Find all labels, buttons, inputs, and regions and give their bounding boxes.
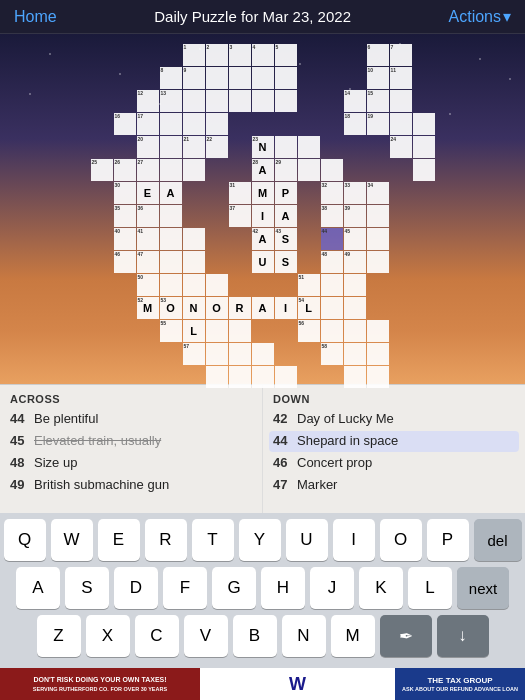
cell-14-2[interactable]: [137, 366, 159, 388]
cell-14-3[interactable]: [160, 366, 182, 388]
cell-10-8[interactable]: [275, 274, 297, 296]
cell-6-0[interactable]: [91, 182, 113, 204]
cell-1-2[interactable]: [137, 67, 159, 89]
cell-14-6[interactable]: [229, 366, 251, 388]
cell-3-8[interactable]: [275, 113, 297, 135]
cell-10-0[interactable]: [91, 274, 113, 296]
cell-8-10[interactable]: 44: [321, 228, 343, 250]
cell-2-11[interactable]: 14: [344, 90, 366, 112]
cell-9-5[interactable]: [206, 251, 228, 273]
key-P[interactable]: P: [427, 519, 469, 561]
key-B[interactable]: B: [233, 615, 277, 657]
cell-10-11[interactable]: [344, 274, 366, 296]
cell-5-6[interactable]: [229, 159, 251, 181]
cell-8-2[interactable]: 41: [137, 228, 159, 250]
cell-1-7[interactable]: [252, 67, 274, 89]
cell-8-8[interactable]: 43S: [275, 228, 297, 250]
cell-3-7[interactable]: [252, 113, 274, 135]
cell-12-11[interactable]: [344, 320, 366, 342]
cell-4-5[interactable]: 22: [206, 136, 228, 158]
cell-13-10[interactable]: 58: [321, 343, 343, 365]
cell-13-8[interactable]: [275, 343, 297, 365]
key-R[interactable]: R: [145, 519, 187, 561]
cell-5-1[interactable]: 26: [114, 159, 136, 181]
key-D[interactable]: D: [114, 567, 158, 609]
cell-9-12[interactable]: [367, 251, 389, 273]
key-E[interactable]: E: [98, 519, 140, 561]
key-O[interactable]: O: [380, 519, 422, 561]
cell-1-9[interactable]: [298, 67, 320, 89]
key-A[interactable]: A: [16, 567, 60, 609]
cell-2-10[interactable]: [321, 90, 343, 112]
cell-10-14[interactable]: [413, 274, 435, 296]
delete-button[interactable]: del: [474, 519, 522, 561]
cell-3-10[interactable]: [321, 113, 343, 135]
actions-button[interactable]: Actions ▾: [449, 7, 511, 26]
cell-6-12[interactable]: 34: [367, 182, 389, 204]
cell-12-13[interactable]: [390, 320, 412, 342]
cell-1-10[interactable]: [321, 67, 343, 89]
down-clue-46[interactable]: 46 Concert prop: [273, 455, 515, 472]
down-clue-42[interactable]: 42 Day of Lucky Me: [273, 411, 515, 428]
cell-0-14[interactable]: [413, 44, 435, 66]
cell-13-7[interactable]: [252, 343, 274, 365]
pen-icon-key[interactable]: ✒: [380, 615, 432, 657]
cell-13-1[interactable]: [114, 343, 136, 365]
cell-4-1[interactable]: [114, 136, 136, 158]
cell-8-5[interactable]: [206, 228, 228, 250]
cell-0-4[interactable]: 1: [183, 44, 205, 66]
cell-14-14[interactable]: [413, 366, 435, 388]
cell-0-9[interactable]: [298, 44, 320, 66]
cell-12-1[interactable]: [114, 320, 136, 342]
cell-7-13[interactable]: [390, 205, 412, 227]
cell-14-7[interactable]: [252, 366, 274, 388]
cell-10-4[interactable]: [183, 274, 205, 296]
cell-1-13[interactable]: 11: [390, 67, 412, 89]
cell-5-12[interactable]: [367, 159, 389, 181]
cell-2-0[interactable]: [91, 90, 113, 112]
cell-12-12[interactable]: [367, 320, 389, 342]
next-button[interactable]: next: [457, 567, 509, 609]
cell-1-11[interactable]: [344, 67, 366, 89]
cell-5-10[interactable]: [321, 159, 343, 181]
down-clue-47[interactable]: 47 Marker: [273, 477, 515, 494]
cell-9-14[interactable]: [413, 251, 435, 273]
cell-13-13[interactable]: [390, 343, 412, 365]
cell-0-2[interactable]: [137, 44, 159, 66]
cell-4-13[interactable]: 24: [390, 136, 412, 158]
cell-9-8[interactable]: S: [275, 251, 297, 273]
across-clue-44[interactable]: 44 Be plentiful: [10, 411, 252, 428]
cell-3-1[interactable]: 16: [114, 113, 136, 135]
cell-7-5[interactable]: [206, 205, 228, 227]
cell-5-11[interactable]: [344, 159, 366, 181]
key-J[interactable]: J: [310, 567, 354, 609]
cell-14-5[interactable]: [206, 366, 228, 388]
cell-7-7[interactable]: I: [252, 205, 274, 227]
cell-5-3[interactable]: [160, 159, 182, 181]
cell-5-4[interactable]: [183, 159, 205, 181]
cell-13-14[interactable]: [413, 343, 435, 365]
across-clue-49[interactable]: 49 British submachine gun: [10, 477, 252, 494]
key-V[interactable]: V: [184, 615, 228, 657]
cell-12-4[interactable]: L: [183, 320, 205, 342]
cell-4-7[interactable]: 23N: [252, 136, 274, 158]
cell-2-4[interactable]: [183, 90, 205, 112]
cell-7-4[interactable]: [183, 205, 205, 227]
cell-0-0[interactable]: [91, 44, 113, 66]
key-Z[interactable]: Z: [37, 615, 81, 657]
cell-12-14[interactable]: [413, 320, 435, 342]
cell-7-8[interactable]: A: [275, 205, 297, 227]
cell-5-2[interactable]: 27: [137, 159, 159, 181]
key-T[interactable]: T: [192, 519, 234, 561]
key-S[interactable]: S: [65, 567, 109, 609]
cell-14-13[interactable]: [390, 366, 412, 388]
cell-2-9[interactable]: [298, 90, 320, 112]
cell-2-2[interactable]: 12: [137, 90, 159, 112]
cell-11-3[interactable]: 53O: [160, 297, 182, 319]
cell-12-10[interactable]: [321, 320, 343, 342]
cell-3-13[interactable]: [390, 113, 412, 135]
key-G[interactable]: G: [212, 567, 256, 609]
cell-3-5[interactable]: [206, 113, 228, 135]
cell-4-10[interactable]: [321, 136, 343, 158]
cell-1-12[interactable]: 10: [367, 67, 389, 89]
